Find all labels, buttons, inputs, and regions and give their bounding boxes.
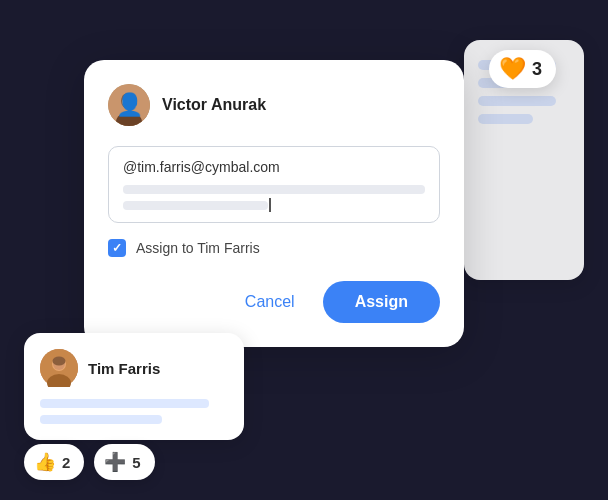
checkmark-icon: ✓ <box>112 242 122 254</box>
action-buttons: Cancel Assign <box>108 281 440 323</box>
heart-count: 3 <box>532 59 542 80</box>
tim-line-1 <box>40 399 209 408</box>
plus-count: 5 <box>132 454 140 471</box>
cancel-button[interactable]: Cancel <box>229 285 311 319</box>
assign-checkbox[interactable]: ✓ <box>108 239 126 257</box>
tim-farris-card: Tim Farris <box>24 333 244 440</box>
thumbs-up-badge[interactable]: 👍 2 <box>24 444 84 480</box>
input-line-2 <box>123 201 268 210</box>
plus-icon: ➕ <box>104 451 126 473</box>
heart-icon: 🧡 <box>499 56 526 82</box>
victor-name: Victor Anurak <box>162 96 266 114</box>
victor-avatar <box>108 84 150 126</box>
svg-point-3 <box>122 94 136 108</box>
bottom-badges: 👍 2 ➕ 5 <box>24 444 155 480</box>
assign-button[interactable]: Assign <box>323 281 440 323</box>
user-header: Victor Anurak <box>108 84 440 126</box>
plus-badge[interactable]: ➕ 5 <box>94 444 154 480</box>
svg-point-2 <box>116 112 142 126</box>
email-value: @tim.farris@cymbal.com <box>123 159 425 175</box>
input-lines <box>123 185 425 210</box>
tim-avatar <box>40 349 78 387</box>
input-line-1 <box>123 185 425 194</box>
assign-checkbox-row[interactable]: ✓ Assign to Tim Farris <box>108 239 440 257</box>
bg-line-3 <box>478 96 556 106</box>
heart-badge[interactable]: 🧡 3 <box>489 50 556 88</box>
svg-point-4 <box>122 93 136 103</box>
tim-name: Tim Farris <box>88 360 160 377</box>
tim-header: Tim Farris <box>40 349 228 387</box>
checkbox-label: Assign to Tim Farris <box>136 240 260 256</box>
text-cursor <box>269 198 271 212</box>
tim-lines <box>40 399 228 424</box>
email-input-box[interactable]: @tim.farris@cymbal.com <box>108 146 440 223</box>
thumbs-up-icon: 👍 <box>34 451 56 473</box>
svg-point-1 <box>121 93 137 109</box>
tim-line-2 <box>40 415 162 424</box>
svg-point-9 <box>53 357 66 366</box>
main-modal-card: Victor Anurak @tim.farris@cymbal.com ✓ A… <box>84 60 464 347</box>
thumbs-up-count: 2 <box>62 454 70 471</box>
scene: 🧡 3 Victor Anurak @tim.farris@cymbal.com <box>24 20 584 480</box>
bg-line-4 <box>478 114 533 124</box>
